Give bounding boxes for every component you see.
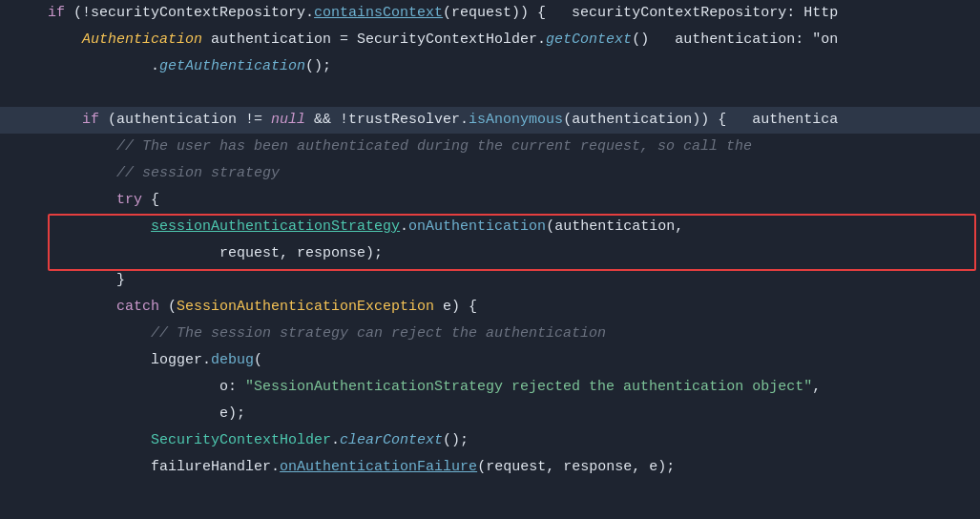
code-line-18: failureHandler.onAuthenticationFailure(r…	[0, 454, 980, 481]
line-content: try {	[48, 187, 980, 214]
line-content: if (!securityContextRepository.containsC…	[48, 0, 980, 27]
line-content: failureHandler.onAuthenticationFailure(r…	[48, 454, 980, 481]
code-line-8: try {	[0, 187, 980, 214]
code-line-14: logger.debug(	[0, 347, 980, 374]
code-line-17: SecurityContextHolder.clearContext();	[0, 427, 980, 454]
line-content: .getAuthentication();	[48, 53, 980, 80]
code-line-5: if (authentication != null && !trustReso…	[0, 107, 980, 134]
line-content: }	[48, 267, 980, 294]
code-line-13: // The session strategy can reject the a…	[0, 321, 980, 347]
line-content: if (authentication != null && !trustReso…	[48, 107, 980, 134]
code-editor: if (!securityContextRepository.containsC…	[0, 0, 980, 519]
code-line-12: catch (SessionAuthenticationException e)…	[0, 294, 980, 321]
code-line-3: .getAuthentication();	[0, 53, 980, 80]
line-content: SecurityContextHolder.clearContext();	[48, 427, 980, 454]
line-content	[48, 80, 980, 107]
code-line-1: if (!securityContextRepository.containsC…	[0, 0, 980, 27]
code-line-11: }	[0, 267, 980, 294]
code-line-10: request, response);	[0, 240, 980, 267]
line-content: // session strategy	[48, 160, 980, 187]
line-content: Authentication authentication = Security…	[48, 27, 980, 53]
line-content: request, response);	[48, 240, 980, 267]
code-line-15: o: "SessionAuthenticationStrategy reject…	[0, 374, 980, 401]
line-content: e);	[48, 401, 980, 427]
code-line-9: sessionAuthenticationStrategy.onAuthenti…	[0, 214, 980, 240]
line-content: logger.debug(	[48, 347, 980, 374]
code-line-4	[0, 80, 980, 107]
line-content: // The session strategy can reject the a…	[48, 321, 980, 347]
line-content: o: "SessionAuthenticationStrategy reject…	[48, 374, 980, 401]
code-line-6: // The user has been authenticated durin…	[0, 134, 980, 160]
line-content: catch (SessionAuthenticationException e)…	[48, 294, 980, 321]
line-content: sessionAuthenticationStrategy.onAuthenti…	[48, 214, 980, 240]
code-line-16: e);	[0, 401, 980, 427]
code-line-2: Authentication authentication = Security…	[0, 27, 980, 53]
code-line-7: // session strategy	[0, 160, 980, 187]
line-content: // The user has been authenticated durin…	[48, 134, 980, 160]
